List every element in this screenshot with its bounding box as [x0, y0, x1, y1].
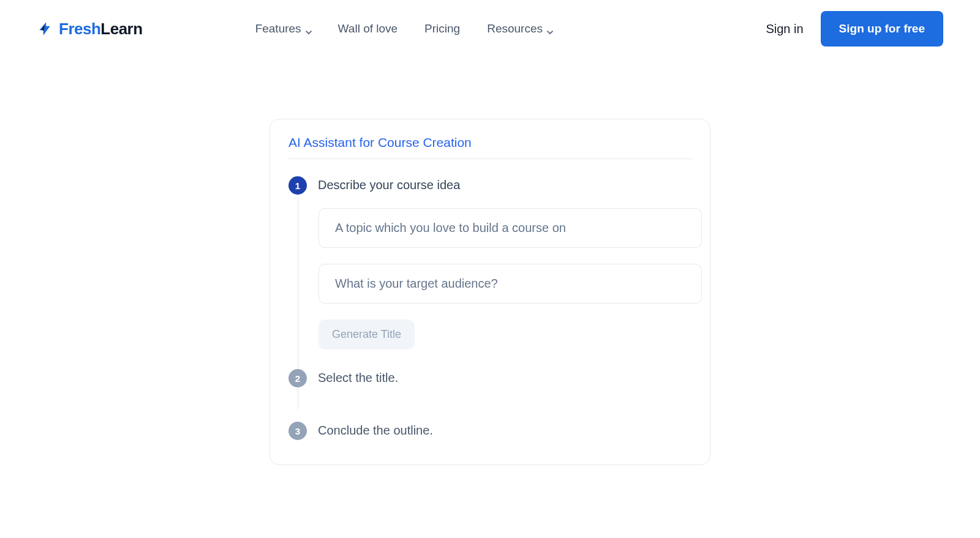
- generate-title-button[interactable]: Generate Title: [318, 319, 415, 349]
- nav-resources-label: Resources: [487, 22, 543, 35]
- nav-links: Features Wall of love Pricing Resources: [255, 22, 752, 35]
- nav-pricing-label: Pricing: [424, 22, 460, 35]
- step-2-label: Select the title.: [318, 371, 398, 385]
- step-connector: [298, 387, 692, 409]
- sign-up-button[interactable]: Sign up for free: [821, 11, 943, 47]
- step-1-label: Describe your course idea: [318, 178, 460, 192]
- card-title: AI Assistant for Course Creation: [288, 135, 692, 159]
- logo-text-learn: Learn: [100, 20, 142, 38]
- step-3-label: Conclude the outline.: [318, 424, 433, 438]
- step-3-badge: 3: [288, 422, 307, 440]
- step-2: 2 Select the title.: [288, 369, 692, 387]
- step-1: 1 Describe your course idea: [288, 176, 692, 195]
- nav-wall-label: Wall of love: [338, 22, 398, 35]
- top-nav: FreshLearn Features Wall of love Pricing…: [0, 0, 980, 58]
- chevron-down-icon: [305, 26, 311, 32]
- nav-features-label: Features: [255, 22, 301, 35]
- logo-text-fresh: Fresh: [59, 20, 100, 38]
- step-1-badge: 1: [288, 176, 307, 195]
- step-1-body: Generate Title: [298, 195, 692, 369]
- step-3: 3 Conclude the outline.: [288, 422, 692, 440]
- ai-assistant-card: AI Assistant for Course Creation 1 Descr…: [270, 119, 710, 465]
- nav-auth: Sign in Sign up for free: [766, 11, 943, 47]
- step-2-badge: 2: [288, 369, 307, 387]
- logo[interactable]: FreshLearn: [37, 20, 143, 39]
- chevron-down-icon: [546, 26, 552, 32]
- nav-resources[interactable]: Resources: [487, 22, 552, 35]
- nav-wall-of-love[interactable]: Wall of love: [338, 22, 398, 35]
- sign-in-link[interactable]: Sign in: [766, 22, 803, 36]
- nav-features[interactable]: Features: [255, 22, 311, 35]
- target-audience-input[interactable]: [318, 264, 702, 304]
- nav-pricing[interactable]: Pricing: [424, 22, 460, 35]
- logo-icon: [37, 21, 53, 37]
- course-topic-input[interactable]: [318, 208, 702, 248]
